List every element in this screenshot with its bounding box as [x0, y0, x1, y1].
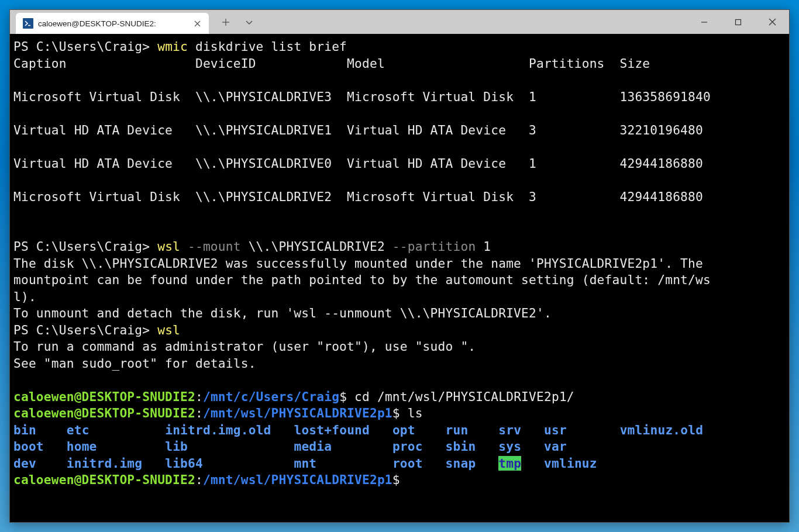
ls-item: lib: [165, 439, 286, 454]
tab-dropdown-button[interactable]: [239, 12, 259, 32]
ps-prompt: PS C:\Users\Craig>: [13, 39, 157, 54]
ls-item: vmlinuz.old: [620, 423, 704, 437]
maximize-button[interactable]: [721, 10, 755, 34]
terminal-window: caloewen@DESKTOP-SNUDIE2: PS C:: [9, 9, 790, 523]
ls-item: dev: [13, 456, 59, 471]
ls-item: var: [544, 439, 612, 454]
table-row: Virtual HD ATA Device \\.\PHYSICALDRIVE1…: [13, 122, 786, 139]
bash-cmd: ls: [400, 406, 423, 420]
output-line: The disk \\.\PHYSICALDRIVE2 was successf…: [13, 255, 786, 272]
ps-prompt: PS C:\Users\Craig>: [13, 323, 157, 337]
ps-prompt: PS C:\Users\Craig>: [13, 239, 157, 254]
ls-item: etc: [67, 423, 157, 437]
ls-item: boot: [13, 439, 59, 454]
ls-item-tmp: tmp: [498, 456, 521, 471]
ls-item: usr: [544, 423, 612, 437]
tab-title: caloewen@DESKTOP-SNUDIE2:: [38, 19, 187, 28]
output-line: l).: [13, 289, 786, 306]
cmd-wsl: wsl: [157, 239, 180, 254]
terminal-body[interactable]: PS C:\Users\Craig> wmic diskdrive list b…: [10, 34, 789, 522]
ls-item: sys: [498, 439, 536, 454]
ls-item: lost+found: [294, 423, 384, 437]
ls-row: boot home lib media proc sbin sys var: [13, 438, 786, 455]
arg-part: 1: [476, 239, 491, 254]
ls-item: vmlinuz: [544, 456, 612, 471]
tab-close-button[interactable]: [191, 18, 203, 29]
ls-item: home: [67, 439, 157, 454]
cmd-args: diskdrive list brief: [188, 39, 347, 54]
tabbar-buttons: [216, 10, 259, 34]
bash-user: caloewen@DESKTOP-SNUDIE2: [13, 389, 195, 404]
bash-user: caloewen@DESKTOP-SNUDIE2: [13, 406, 195, 420]
titlebar[interactable]: caloewen@DESKTOP-SNUDIE2:: [10, 10, 789, 34]
output-line: To unmount and detach the disk, run 'wsl…: [13, 305, 786, 322]
ls-item: opt: [392, 423, 438, 437]
tab[interactable]: caloewen@DESKTOP-SNUDIE2:: [16, 13, 209, 34]
new-tab-button[interactable]: [216, 12, 236, 32]
table-header: Caption DeviceID Model Partitions Size: [13, 56, 786, 72]
ls-item: root: [392, 456, 438, 471]
table-row: Microsoft Virtual Disk \\.\PHYSICALDRIVE…: [13, 89, 786, 106]
minimize-button[interactable]: [687, 10, 721, 34]
close-window-button[interactable]: [755, 10, 789, 34]
svg-rect-7: [736, 19, 741, 25]
arg-drive: \\.\PHYSICALDRIVE2: [241, 239, 385, 254]
ls-item: initrd.img.old: [165, 423, 286, 437]
ls-row: dev initrd.img lib64 mnt root snap tmp v…: [13, 455, 786, 472]
ls-item: proc: [392, 439, 438, 454]
powershell-icon: [23, 18, 33, 29]
window-controls: [687, 10, 789, 34]
bash-path: /mnt/wsl/PHYSICALDRIVE2p1: [203, 472, 392, 487]
bash-path: /mnt/c/Users/Craig: [203, 389, 339, 404]
ls-item: bin: [13, 423, 59, 437]
ls-item: run: [446, 423, 491, 437]
output-line: To run a command as administrator (user …: [13, 338, 786, 355]
ls-item: srv: [498, 423, 536, 437]
ls-item: mnt: [294, 456, 384, 471]
flag-partition: --partition: [385, 239, 476, 254]
ls-item: lib64: [165, 456, 286, 471]
ls-item: sbin: [446, 439, 491, 454]
table-row: Microsoft Virtual Disk \\.\PHYSICALDRIVE…: [13, 189, 786, 206]
bash-path: /mnt/wsl/PHYSICALDRIVE2p1: [203, 406, 392, 420]
ls-row: bin etc initrd.img.old lost+found opt ru…: [13, 422, 786, 439]
output-line: mountpoint can be found under the path p…: [13, 272, 786, 289]
cmd-wsl: wsl: [157, 323, 180, 337]
bash-cmd: cd /mnt/wsl/PHYSICALDRIVE2p1/: [347, 389, 574, 404]
cmd-wmic: wmic: [157, 39, 188, 54]
ls-item: initrd.img: [67, 456, 157, 471]
ls-item: snap: [446, 456, 491, 471]
bash-user: caloewen@DESKTOP-SNUDIE2: [13, 472, 195, 487]
ls-item: media: [294, 439, 384, 454]
output-line: See "man sudo_root" for details.: [13, 355, 786, 372]
flag-mount: --mount: [180, 239, 241, 254]
table-row: Virtual HD ATA Device \\.\PHYSICALDRIVE0…: [13, 156, 786, 172]
